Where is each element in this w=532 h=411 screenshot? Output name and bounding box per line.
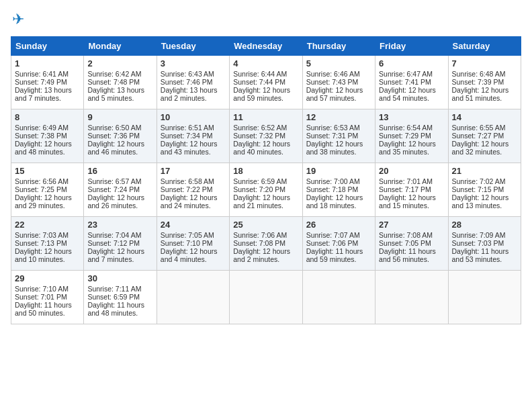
daylight-text: Daylight: 11 hours and 59 minutes. <box>306 247 371 263</box>
daylight-text: Daylight: 12 hours and 54 minutes. <box>379 86 444 102</box>
week-row-4: 22Sunrise: 7:03 AMSunset: 7:13 PMDayligh… <box>11 217 521 271</box>
day-number: 19 <box>306 166 371 176</box>
sunrise-text: Sunrise: 6:43 AM <box>161 70 226 78</box>
daylight-text: Daylight: 12 hours and 48 minutes. <box>15 140 80 156</box>
day-number: 3 <box>161 58 226 68</box>
sunset-text: Sunset: 7:49 PM <box>15 78 80 86</box>
week-row-5: 29Sunrise: 7:10 AMSunset: 7:01 PMDayligh… <box>11 271 521 324</box>
daylight-text: Daylight: 12 hours and 15 minutes. <box>379 193 444 210</box>
day-number: 29 <box>15 273 80 283</box>
sunset-text: Sunset: 7:01 PM <box>15 293 80 301</box>
sunset-text: Sunset: 7:27 PM <box>452 132 517 140</box>
sunrise-text: Sunrise: 7:09 AM <box>452 231 517 239</box>
logo-bird-icon: ✈ <box>12 11 24 28</box>
calendar-cell: 1Sunrise: 6:41 AMSunset: 7:49 PMDaylight… <box>11 56 84 109</box>
sunrise-text: Sunrise: 7:01 AM <box>379 177 444 185</box>
calendar-cell: 6Sunrise: 6:47 AMSunset: 7:41 PMDaylight… <box>375 56 448 109</box>
sunrise-text: Sunrise: 6:52 AM <box>233 124 298 132</box>
calendar-cell <box>302 271 375 324</box>
sunset-text: Sunset: 7:03 PM <box>452 239 517 247</box>
day-number: 28 <box>452 220 517 230</box>
calendar-cell: 25Sunrise: 7:06 AMSunset: 7:08 PMDayligh… <box>230 217 302 271</box>
day-number: 26 <box>306 220 371 230</box>
sunset-text: Sunset: 7:41 PM <box>379 78 444 86</box>
weekday-header-thursday: Thursday <box>302 37 375 56</box>
sunset-text: Sunset: 7:46 PM <box>161 78 226 86</box>
calendar-cell: 17Sunrise: 6:58 AMSunset: 7:22 PMDayligh… <box>157 163 229 217</box>
day-number: 21 <box>452 166 517 176</box>
sunset-text: Sunset: 7:43 PM <box>306 78 371 86</box>
week-row-1: 1Sunrise: 6:41 AMSunset: 7:49 PMDaylight… <box>11 56 521 109</box>
calendar-cell: 15Sunrise: 6:56 AMSunset: 7:25 PMDayligh… <box>11 163 84 217</box>
calendar-cell <box>448 271 521 324</box>
sunrise-text: Sunrise: 6:59 AM <box>233 177 298 185</box>
sunrise-text: Sunrise: 6:51 AM <box>161 124 226 132</box>
sunset-text: Sunset: 7:22 PM <box>161 185 226 193</box>
sunset-text: Sunset: 7:38 PM <box>15 132 80 140</box>
calendar-cell: 7Sunrise: 6:48 AMSunset: 7:39 PMDaylight… <box>448 56 521 109</box>
calendar-cell: 9Sunrise: 6:50 AMSunset: 7:36 PMDaylight… <box>84 109 157 163</box>
calendar-cell: 4Sunrise: 6:44 AMSunset: 7:44 PMDaylight… <box>230 56 302 109</box>
daylight-text: Daylight: 11 hours and 48 minutes. <box>87 301 152 317</box>
calendar-cell: 22Sunrise: 7:03 AMSunset: 7:13 PMDayligh… <box>11 217 84 271</box>
sunrise-text: Sunrise: 6:50 AM <box>87 124 152 132</box>
sunset-text: Sunset: 7:34 PM <box>161 132 226 140</box>
calendar-cell: 14Sunrise: 6:55 AMSunset: 7:27 PMDayligh… <box>448 109 521 163</box>
sunrise-text: Sunrise: 6:47 AM <box>379 70 444 78</box>
week-row-2: 8Sunrise: 6:49 AMSunset: 7:38 PMDaylight… <box>11 109 521 163</box>
calendar-cell: 24Sunrise: 7:05 AMSunset: 7:10 PMDayligh… <box>157 217 229 271</box>
daylight-text: Daylight: 12 hours and 13 minutes. <box>452 193 517 210</box>
daylight-text: Daylight: 12 hours and 35 minutes. <box>379 140 444 156</box>
calendar-cell <box>230 271 302 324</box>
sunset-text: Sunset: 7:24 PM <box>87 185 152 193</box>
day-number: 20 <box>379 166 444 176</box>
daylight-text: Daylight: 12 hours and 10 minutes. <box>15 247 80 263</box>
daylight-text: Daylight: 12 hours and 59 minutes. <box>233 86 298 102</box>
calendar-cell: 19Sunrise: 7:00 AMSunset: 7:18 PMDayligh… <box>302 163 375 217</box>
calendar-cell: 28Sunrise: 7:09 AMSunset: 7:03 PMDayligh… <box>448 217 521 271</box>
daylight-text: Daylight: 12 hours and 7 minutes. <box>87 247 152 263</box>
daylight-text: Daylight: 12 hours and 32 minutes. <box>452 140 517 156</box>
day-number: 16 <box>87 166 152 176</box>
day-number: 13 <box>379 112 444 122</box>
sunrise-text: Sunrise: 7:04 AM <box>87 231 152 239</box>
sunset-text: Sunset: 7:05 PM <box>379 239 444 247</box>
day-number: 10 <box>161 112 226 122</box>
week-row-3: 15Sunrise: 6:56 AMSunset: 7:25 PMDayligh… <box>11 163 521 217</box>
sunset-text: Sunset: 7:44 PM <box>233 78 298 86</box>
daylight-text: Daylight: 12 hours and 51 minutes. <box>452 86 517 102</box>
sunset-text: Sunset: 7:10 PM <box>161 239 226 247</box>
day-number: 17 <box>161 166 226 176</box>
daylight-text: Daylight: 12 hours and 24 minutes. <box>161 193 226 210</box>
sunset-text: Sunset: 7:36 PM <box>87 132 152 140</box>
calendar-cell: 2Sunrise: 6:42 AMSunset: 7:48 PMDaylight… <box>84 56 157 109</box>
day-number: 12 <box>306 112 371 122</box>
sunrise-text: Sunrise: 6:48 AM <box>452 70 517 78</box>
logo: ✈ <box>11 11 24 30</box>
day-number: 4 <box>233 58 298 68</box>
calendar-cell: 20Sunrise: 7:01 AMSunset: 7:17 PMDayligh… <box>375 163 448 217</box>
sunset-text: Sunset: 6:59 PM <box>87 293 152 301</box>
calendar-cell <box>157 271 229 324</box>
weekday-header-wednesday: Wednesday <box>230 37 302 56</box>
sunrise-text: Sunrise: 7:05 AM <box>161 231 226 239</box>
sunrise-text: Sunrise: 6:54 AM <box>379 124 444 132</box>
daylight-text: Daylight: 13 hours and 5 minutes. <box>87 86 152 102</box>
sunrise-text: Sunrise: 7:11 AM <box>87 285 152 293</box>
weekday-header-sunday: Sunday <box>11 37 84 56</box>
calendar-cell: 10Sunrise: 6:51 AMSunset: 7:34 PMDayligh… <box>157 109 229 163</box>
day-number: 11 <box>233 112 298 122</box>
day-number: 23 <box>87 220 152 230</box>
calendar-cell: 23Sunrise: 7:04 AMSunset: 7:12 PMDayligh… <box>84 217 157 271</box>
daylight-text: Daylight: 12 hours and 21 minutes. <box>233 193 298 210</box>
day-number: 24 <box>161 220 226 230</box>
calendar-cell <box>375 271 448 324</box>
daylight-text: Daylight: 12 hours and 43 minutes. <box>161 140 226 156</box>
day-number: 18 <box>233 166 298 176</box>
sunrise-text: Sunrise: 6:53 AM <box>306 124 371 132</box>
day-number: 25 <box>233 220 298 230</box>
calendar-table: SundayMondayTuesdayWednesdayThursdayFrid… <box>11 36 521 324</box>
sunset-text: Sunset: 7:08 PM <box>233 239 298 247</box>
day-number: 14 <box>452 112 517 122</box>
daylight-text: Daylight: 13 hours and 2 minutes. <box>161 86 226 102</box>
